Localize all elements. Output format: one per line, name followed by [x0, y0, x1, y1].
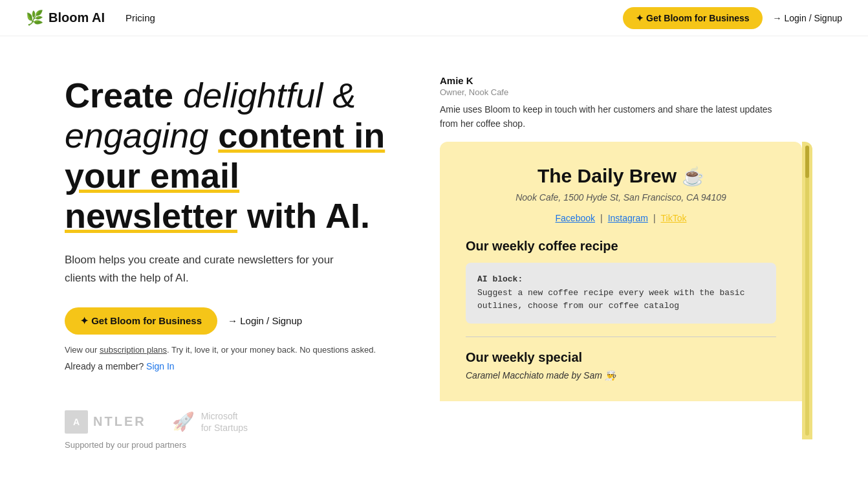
hero-login-button[interactable]: → Login / Signup — [228, 315, 302, 326]
already-member-label: Already a member? — [65, 361, 144, 371]
email-address: Nook Cafe, 1500 Hyde St, San Francisco, … — [466, 192, 776, 203]
testimonial-name: Amie K — [440, 75, 842, 86]
hero-cta-button[interactable]: ✦ Get Bloom for Business — [65, 307, 217, 335]
testimonial-role: Owner, Nook Cafe — [440, 87, 842, 97]
social-sep-1: | — [600, 213, 603, 223]
microsoft-line2: for Startups — [201, 422, 248, 434]
ai-block-label: AI block: — [477, 274, 523, 284]
already-member-text: Already a member? Sign In — [65, 361, 401, 371]
main-container: Create delightful & engaging content in … — [0, 36, 868, 476]
navbar: 🌿 Bloom AI Pricing ✦ Get Bloom for Busin… — [0, 0, 868, 36]
ai-block: AI block: Suggest a new coffee recipe ev… — [466, 263, 776, 324]
rocket-icon: 🚀 — [172, 411, 195, 432]
instagram-link[interactable]: Instagram — [608, 213, 648, 223]
headline-create: Create — [65, 76, 183, 115]
email-title: The Daily Brew — [537, 165, 677, 186]
right-column: Amie K Owner, Nook Cafe Amie uses Bloom … — [440, 75, 842, 439]
partners-caption: Supported by our proud partners — [65, 440, 401, 450]
nav-right: ✦ Get Bloom for Business → Login / Signu… — [623, 7, 842, 29]
subscription-plans-link[interactable]: subscription plans — [100, 345, 167, 355]
antler-logo: A NTLER — [65, 410, 146, 434]
fine-print-suffix: . Try it, love it, or your money back. N… — [167, 345, 376, 355]
special-item: Caramel Macchiato made by Sam 👨‍🍳 — [466, 370, 776, 381]
nav-cta-button[interactable]: ✦ Get Bloom for Business — [623, 7, 762, 29]
coffee-emoji: ☕ — [682, 166, 704, 186]
microsoft-logo: 🚀 Microsoft for Startups — [172, 410, 248, 434]
social-sep-2: | — [653, 213, 656, 223]
scroll-track — [805, 146, 809, 436]
nav-left: 🌿 Bloom AI Pricing — [26, 10, 155, 27]
section2-title: Our weekly special — [466, 350, 776, 365]
fine-print: View our subscription plans. Try it, lov… — [65, 345, 401, 355]
headline-bold2: with AI. — [237, 196, 370, 235]
tiktok-link[interactable]: TikTok — [661, 213, 687, 223]
testimonial-text: Amie uses Bloom to keep in touch with he… — [440, 102, 789, 131]
microsoft-text: Microsoft for Startups — [201, 410, 248, 434]
microsoft-line1: Microsoft — [201, 410, 248, 422]
divider — [466, 337, 776, 337]
facebook-link[interactable]: Facebook — [556, 213, 595, 223]
logo[interactable]: 🌿 Bloom AI — [26, 10, 105, 27]
cta-row: ✦ Get Bloom for Business → Login / Signu… — [65, 307, 401, 335]
sign-in-link[interactable]: Sign In — [146, 361, 175, 371]
antler-name: NTLER — [93, 414, 146, 429]
fine-print-prefix: View our — [65, 345, 100, 355]
scrollbar[interactable] — [802, 142, 812, 439]
partners-section: A NTLER 🚀 Microsoft for Startups Support… — [65, 410, 401, 450]
nav-login-button[interactable]: → Login / Signup — [773, 13, 842, 23]
hero-subtext: Bloom helps you create and curate newsle… — [65, 251, 362, 286]
antler-box-icon: A — [65, 410, 88, 434]
section1-title: Our weekly coffee recipe — [466, 239, 776, 254]
scroll-thumb — [805, 146, 809, 178]
hero-headline: Create delightful & engaging content in … — [65, 75, 401, 236]
social-links: Facebook | Instagram | TikTok — [466, 213, 776, 223]
partner-logos: A NTLER 🚀 Microsoft for Startups — [65, 410, 401, 434]
logo-icon: 🌿 — [26, 10, 43, 27]
logo-text: Bloom AI — [49, 10, 105, 25]
pricing-link[interactable]: Pricing — [125, 12, 155, 23]
email-preview: The Daily Brew☕ Nook Cafe, 1500 Hyde St,… — [440, 142, 802, 401]
left-column: Create delightful & engaging content in … — [65, 75, 401, 450]
ai-block-text: Suggest a new coffee recipe every week w… — [477, 288, 744, 311]
